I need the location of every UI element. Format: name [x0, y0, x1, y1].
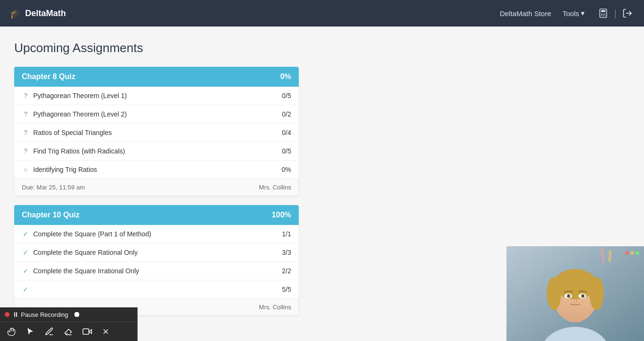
pause-recording-label: Pause Recording — [21, 311, 68, 318]
row-left: ○ Identifying Trig Ratios — [22, 166, 97, 173]
svg-point-16 — [547, 277, 561, 310]
header: 🎓 DeltaMath DeltaMath Store Tools ▾ — [0, 0, 644, 27]
due-date: Due: Mar 25, 11:59 am — [22, 184, 85, 191]
svg-point-6 — [603, 15, 604, 16]
svg-rect-1 — [601, 10, 606, 12]
icon-divider: | — [614, 9, 616, 18]
header-nav: DeltaMath Store Tools ▾ | — [500, 6, 635, 20]
deco-circle-2 — [630, 251, 634, 255]
tool-icons-row — [0, 322, 138, 341]
row-label: Complete the Square Irrational Only — [33, 267, 139, 275]
table-row: ✓ Complete the Square (Part 1 of Method)… — [14, 225, 299, 243]
table-row: ? Pythagorean Theorem (Level 1) 0/5 — [14, 87, 299, 105]
row-score: 5/5 — [282, 286, 291, 293]
calculator-button[interactable] — [596, 6, 610, 20]
nav-icons: | — [596, 6, 635, 20]
check-icon: ✓ — [22, 286, 29, 293]
check-icon: ✓ — [22, 230, 29, 238]
row-score: 0% — [282, 166, 291, 173]
logo-icon: 🎓 — [9, 8, 21, 19]
circle-icon: ○ — [22, 166, 29, 173]
row-left: ? Find Trig Ratios (with Radicals) — [22, 147, 125, 155]
row-label: Find Trig Ratios (with Radicals) — [33, 147, 125, 155]
row-label: Complete the Square (Part 1 of Method) — [33, 230, 151, 238]
logo-text: DeltaMath — [25, 9, 66, 18]
svg-point-3 — [603, 14, 604, 15]
webcam-overlay — [506, 246, 644, 341]
pause-recording-button[interactable]: ⏸ Pause Recording — [12, 311, 68, 318]
row-label: Complete the Square Rational Only — [33, 249, 138, 256]
tools-dropdown[interactable]: Tools ▾ — [562, 9, 585, 18]
logo[interactable]: 🎓 DeltaMath — [9, 8, 66, 19]
svg-point-17 — [589, 277, 604, 310]
card-body-1: ? Pythagorean Theorem (Level 1) 0/5 ? Py… — [14, 87, 299, 179]
deco-circle-3 — [635, 251, 639, 255]
svg-point-7 — [605, 15, 606, 16]
row-score: 2/2 — [282, 267, 291, 275]
table-row: ○ Identifying Trig Ratios 0% — [14, 161, 299, 179]
svg-point-20 — [567, 295, 570, 298]
table-row: ? Pythagorean Theorem (Level 2) 0/2 — [14, 105, 299, 124]
row-score: 0/5 — [282, 92, 291, 99]
tools-chevron: ▾ — [581, 9, 585, 18]
logout-button[interactable] — [620, 6, 635, 20]
camera-tool-button[interactable] — [79, 325, 96, 338]
webcam-background — [506, 246, 644, 341]
table-row: ? Ratios of Special Triangles 0/4 — [14, 124, 299, 142]
store-link[interactable]: DeltaMath Store — [500, 9, 551, 18]
svg-point-4 — [605, 14, 606, 15]
recording-dot — [5, 312, 9, 317]
teacher-name: Mrs. Collins — [259, 184, 291, 191]
pause-icon: ⏸ — [12, 311, 19, 318]
row-label: Identifying Trig Ratios — [33, 166, 97, 173]
row-left: ✓ Complete the Square Irrational Only — [22, 267, 139, 275]
row-left: ? Ratios of Special Triangles — [22, 129, 112, 136]
recording-bar: ⏸ Pause Recording ⏺ — [0, 307, 138, 341]
recording-label-row: ⏸ Pause Recording ⏺ — [0, 307, 138, 322]
row-left: ? Pythagorean Theorem (Level 1) — [22, 92, 127, 99]
pencil-tool-button[interactable] — [41, 325, 58, 338]
tools-label: Tools — [562, 9, 579, 18]
card-title-2: Chapter 10 Quiz — [22, 211, 80, 219]
svg-rect-22 — [83, 329, 89, 334]
page-title: Upcoming Assignments — [14, 41, 630, 55]
card-header-1: Chapter 8 Quiz 0% — [14, 67, 299, 87]
row-score: 1/1 — [282, 230, 291, 238]
row-score: 0/4 — [282, 129, 291, 136]
question-icon: ? — [22, 147, 29, 155]
cursor-tool-button[interactable] — [22, 325, 39, 338]
row-score: 0/2 — [282, 110, 291, 118]
question-icon: ? — [22, 92, 29, 99]
row-left: ✓ Complete the Square (Part 1 of Method) — [22, 230, 151, 238]
row-left: ✓ — [22, 286, 33, 293]
row-score: 0/5 — [282, 147, 291, 155]
assignment-card-1: Chapter 8 Quiz 0% ? Pythagorean Theorem … — [14, 67, 299, 196]
teacher-name-2: Mrs. Collins — [259, 304, 291, 311]
card-title-1: Chapter 8 Quiz — [22, 72, 75, 81]
table-row: ? Find Trig Ratios (with Radicals) 0/5 — [14, 142, 299, 161]
table-row: ✓ Complete the Square Rational Only 3/3 — [14, 243, 299, 262]
eraser-tool-button[interactable] — [60, 325, 77, 338]
card-percent-1: 0% — [280, 72, 291, 81]
card-footer-1: Due: Mar 25, 11:59 am Mrs. Collins — [14, 179, 299, 196]
hand-tool-button[interactable] — [3, 325, 20, 338]
row-label: Pythagorean Theorem (Level 2) — [33, 110, 127, 118]
table-row: ✓ 5/5 — [14, 280, 299, 298]
recording-icon-right: ⏺ — [73, 310, 81, 319]
row-label: Ratios of Special Triangles — [33, 129, 112, 136]
svg-point-5 — [601, 15, 602, 16]
check-icon: ✓ — [22, 267, 29, 275]
row-left: ✓ Complete the Square Rational Only — [22, 249, 138, 256]
card-percent-2: 100% — [272, 211, 291, 219]
webcam-decoration — [625, 251, 639, 255]
table-row: ✓ Complete the Square Irrational Only 2/… — [14, 262, 299, 280]
check-icon: ✓ — [22, 249, 29, 256]
card-body-2: ✓ Complete the Square (Part 1 of Method)… — [14, 225, 299, 298]
question-icon: ? — [22, 110, 29, 118]
card-header-2: Chapter 10 Quiz 100% — [14, 205, 299, 225]
row-label: Pythagorean Theorem (Level 1) — [33, 92, 127, 99]
close-tool-button[interactable] — [98, 325, 114, 338]
deco-circle-1 — [625, 251, 629, 255]
svg-point-2 — [601, 14, 602, 15]
question-icon: ? — [22, 129, 29, 136]
